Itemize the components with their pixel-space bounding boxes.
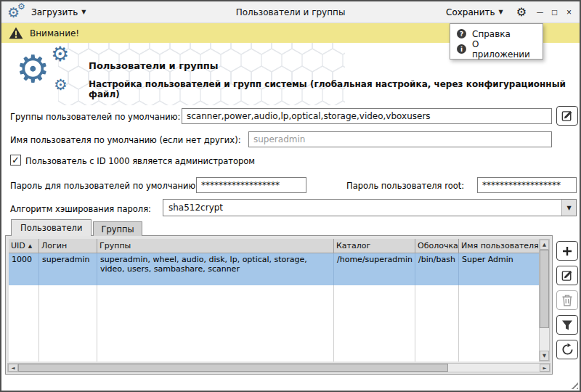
- warning-text: Внимание!: [30, 28, 79, 38]
- help-circle-icon: ?: [457, 29, 466, 38]
- default-username-input[interactable]: [248, 131, 552, 147]
- gear-icon: ⚙: [54, 78, 68, 93]
- table-empty-column: [459, 285, 539, 362]
- table-row[interactable]: 1000 superadmin superadmin, wheel, audio…: [9, 253, 539, 285]
- load-button[interactable]: Загрузить ▼: [27, 4, 90, 20]
- cell-fullname: Super Admin: [459, 253, 539, 285]
- gear-icon: ⚙: [51, 44, 69, 65]
- save-dropdown-menu: ? Справка i О приложении: [450, 23, 543, 60]
- column-header-label: Логин: [41, 241, 67, 250]
- cell-uid: 1000: [9, 253, 39, 285]
- table-header-row: UID ▲ Логин Группы Каталог Оболочка Имя …: [9, 239, 539, 253]
- warning-icon: [9, 27, 23, 39]
- column-header-shell[interactable]: Оболочка: [415, 239, 459, 253]
- refresh-button[interactable]: [556, 340, 578, 359]
- default-groups-input[interactable]: [182, 108, 552, 124]
- cell-home: /home/superadmin: [334, 253, 415, 285]
- page-title: Пользователи и группы: [89, 60, 218, 71]
- close-button[interactable]: ×: [564, 8, 574, 17]
- column-header-fullname[interactable]: Имя пользователя: [459, 239, 539, 253]
- root-password-label: Пароль пользователя root:: [346, 181, 464, 191]
- column-header-label: Оболочка: [418, 241, 458, 250]
- tab-groups[interactable]: Группы: [93, 221, 142, 236]
- chevron-down-icon: ▼: [561, 200, 576, 216]
- menu-item-label: Справка: [472, 29, 511, 39]
- check-icon: ✓: [12, 155, 20, 165]
- edit-icon: [561, 269, 574, 282]
- resize-grip[interactable]: [569, 380, 578, 389]
- column-header-uid[interactable]: UID ▲: [9, 239, 39, 253]
- page-subtitle: Настройка пользователей и групп системы …: [89, 79, 572, 99]
- default-groups-label: Группы пользователей по умолчанию:: [10, 112, 180, 122]
- settings-gear-button[interactable]: ⚙: [516, 7, 527, 18]
- column-header-label: UID: [11, 241, 25, 250]
- horizontal-scroll-thumb[interactable]: [18, 364, 448, 372]
- save-button-label: Сохранить: [446, 7, 495, 17]
- edit-user-button[interactable]: [556, 266, 578, 285]
- default-username-label: Имя пользователя по умолчанию (если нет …: [10, 135, 241, 145]
- cell-groups: superadmin, wheel, audio, disk, lp, opti…: [97, 253, 334, 285]
- vertical-scrollbar: ▲ ▼: [539, 239, 550, 362]
- edit-groups-button[interactable]: [556, 106, 578, 126]
- chevron-down-icon: ▼: [81, 9, 86, 15]
- gear-icon: ⚙: [16, 50, 50, 88]
- app-window: ⚙ ⚙ Загрузить ▼ Пользователи и группы Со…: [0, 0, 581, 392]
- vertical-scroll-thumb[interactable]: [540, 250, 549, 328]
- trash-icon: [561, 294, 573, 306]
- add-user-button[interactable]: [556, 241, 578, 261]
- tab-users[interactable]: Пользователи: [11, 219, 92, 236]
- users-table: UID ▲ Логин Группы Каталог Оболочка Имя …: [9, 239, 539, 362]
- admin-checkbox-label: Пользователь с ID 1000 является админист…: [25, 156, 255, 166]
- column-header-label: Имя пользователя: [461, 241, 539, 250]
- hash-algorithm-select[interactable]: sha512crypt ▼: [163, 199, 577, 216]
- window-controls: ─ □ ×: [535, 8, 574, 17]
- scroll-up-button[interactable]: ▲: [540, 240, 549, 250]
- horizontal-scrollbar: ◄ ►: [7, 363, 550, 372]
- default-password-input[interactable]: [196, 177, 306, 193]
- hash-algorithm-label: Алгоритм хэширования пароля:: [10, 204, 151, 214]
- admin-checkbox[interactable]: ✓: [10, 155, 21, 166]
- default-password-label: Пароль для пользователей по умолчанию:: [10, 181, 198, 191]
- users-tab-panel: UID ▲ Логин Группы Каталог Оболочка Имя …: [5, 235, 553, 375]
- notebook-tabs: Пользователи Группы: [11, 219, 142, 236]
- table-empty-column: [415, 285, 459, 362]
- gear-icon: ⚙: [17, 2, 25, 11]
- chevron-down-icon: ▼: [499, 9, 503, 15]
- save-button[interactable]: Сохранить ▼: [442, 4, 508, 20]
- app-gears-icon: ⚙ ⚙: [7, 4, 27, 21]
- filter-button[interactable]: [556, 315, 578, 335]
- load-button-label: Загрузить: [31, 7, 78, 17]
- cell-shell: /bin/bash: [415, 253, 459, 285]
- scroll-right-button[interactable]: ►: [540, 364, 550, 372]
- tab-users-label: Пользователи: [20, 223, 82, 233]
- scroll-left-button[interactable]: ◄: [8, 364, 18, 372]
- edit-icon: [561, 110, 574, 122]
- users-groups-gears-icon: ⚙ ⚙ ⚙: [16, 44, 84, 102]
- filter-icon: [561, 319, 573, 331]
- column-header-home[interactable]: Каталог: [334, 239, 415, 253]
- column-header-label: Каталог: [336, 241, 370, 250]
- scroll-down-button[interactable]: ▼: [540, 351, 549, 361]
- table-empty-area: [9, 285, 539, 362]
- table-empty-column: [9, 285, 39, 362]
- info-circle-icon: i: [457, 44, 466, 54]
- minimize-button[interactable]: ─: [535, 8, 545, 17]
- table-empty-column: [39, 285, 97, 362]
- delete-user-button[interactable]: [556, 290, 578, 310]
- column-header-groups[interactable]: Группы: [97, 239, 334, 253]
- tab-groups-label: Группы: [101, 224, 134, 234]
- column-header-label: Группы: [99, 241, 131, 250]
- menu-item-label: О приложении: [472, 39, 536, 60]
- refresh-icon: [561, 343, 574, 356]
- table-empty-column: [97, 285, 334, 362]
- table-empty-column: [334, 285, 415, 362]
- menu-item-about[interactable]: i О приложении: [450, 41, 543, 57]
- sort-asc-icon: ▲: [28, 243, 32, 249]
- root-password-input[interactable]: [477, 177, 577, 193]
- cell-login: superadmin: [39, 253, 97, 285]
- plus-icon: [561, 245, 573, 257]
- maximize-button[interactable]: □: [550, 8, 559, 17]
- column-header-login[interactable]: Логин: [39, 239, 97, 253]
- titlebar-right: Сохранить ▼ ⚙ ─ □ ×: [442, 4, 574, 20]
- hash-algorithm-value: sha512crypt: [163, 203, 561, 213]
